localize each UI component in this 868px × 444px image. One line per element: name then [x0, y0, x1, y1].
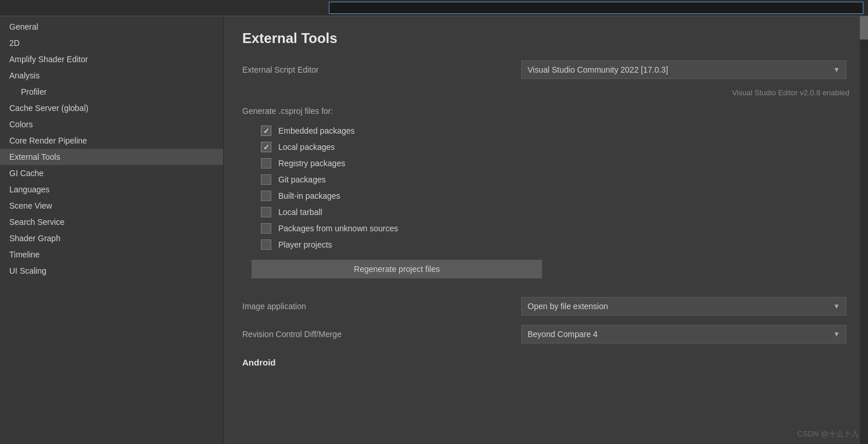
image-application-label: Image application — [242, 302, 521, 311]
external-script-editor-label: External Script Editor — [242, 65, 521, 74]
checkbox-2[interactable] — [261, 158, 271, 169]
checkbox-3[interactable] — [261, 174, 271, 185]
chevron-down-icon-3: ▼ — [833, 330, 840, 338]
checkbox-label-2: Registry packages — [278, 159, 345, 168]
revision-control-dropdown-container: Beyond Compare 4 ▼ — [521, 325, 847, 343]
checkbox-7[interactable] — [261, 239, 271, 250]
checkbox-row-7: Player projects — [252, 237, 849, 253]
sidebar-item-scene-view[interactable]: Scene View — [0, 198, 223, 214]
scrollbar-track[interactable] — [860, 16, 868, 444]
checkbox-row-3: Git packages — [252, 171, 849, 188]
regen-btn-wrapper: Regenerate project files — [242, 253, 849, 292]
image-application-dropdown-container: Open by file extension ▼ — [521, 297, 847, 316]
chevron-down-icon-2: ▼ — [833, 302, 840, 310]
sidebar-item-general[interactable]: General — [0, 19, 223, 35]
content-area: External Tools External Script Editor Vi… — [224, 16, 868, 444]
checkbox-row-5: Local tarball — [252, 204, 849, 220]
checkbox-4[interactable] — [261, 191, 271, 201]
revision-control-row: Revision Control Diff/Merge Beyond Compa… — [242, 325, 849, 343]
watermark: CSDN @十么卜入 — [797, 429, 859, 439]
sidebar-item-shader-graph[interactable]: Shader Graph — [0, 230, 223, 246]
regenerate-project-files-button[interactable]: Regenerate project files — [252, 260, 542, 278]
sidebar-item-analysis[interactable]: Analysis — [0, 67, 223, 84]
page-title: External Tools — [242, 30, 849, 46]
sidebar-item-2d[interactable]: 2D — [0, 35, 223, 51]
sidebar-item-timeline[interactable]: Timeline — [0, 246, 223, 263]
checkbox-label-7: Player projects — [278, 240, 332, 249]
checkbox-label-0: Embedded packages — [278, 126, 355, 135]
revision-control-dropdown[interactable]: Beyond Compare 4 ▼ — [521, 325, 847, 343]
sidebar-item-colors[interactable]: Colors — [0, 116, 223, 133]
checkbox-5[interactable] — [261, 207, 271, 217]
checkbox-row-1: Local packages — [252, 139, 849, 155]
image-application-value: Open by file extension — [528, 302, 608, 311]
external-script-editor-row: External Script Editor Visual Studio Com… — [242, 60, 849, 79]
checkbox-label-4: Built-in packages — [278, 191, 340, 200]
sidebar-item-search-service[interactable]: Search Service — [0, 214, 223, 230]
checkbox-row-2: Registry packages — [252, 155, 849, 171]
revision-control-label: Revision Control Diff/Merge — [242, 330, 521, 339]
checkboxes-container: Embedded packagesLocal packagesRegistry … — [242, 123, 849, 253]
search-input[interactable] — [329, 2, 863, 14]
checkbox-6[interactable] — [261, 223, 271, 234]
external-script-editor-dropdown-container: Visual Studio Community 2022 [17.0.3] ▼ — [521, 60, 847, 79]
sidebar-item-gi-cache[interactable]: GI Cache — [0, 165, 223, 181]
sidebar-item-languages[interactable]: Languages — [0, 181, 223, 198]
sidebar: General2DAmplify Shader EditorAnalysisPr… — [0, 16, 224, 444]
sidebar-item-external-tools[interactable]: External Tools — [0, 149, 223, 165]
checkbox-label-6: Packages from unknown sources — [278, 224, 398, 233]
vs-editor-note: Visual Studio Editor v2.0.8 enabled — [245, 88, 849, 97]
external-script-editor-dropdown[interactable]: Visual Studio Community 2022 [17.0.3] ▼ — [521, 60, 847, 79]
sidebar-item-cache-server-(global)[interactable]: Cache Server (global) — [0, 100, 223, 116]
sidebar-item-ui-scaling[interactable]: UI Scaling — [0, 263, 223, 279]
generate-csproj-label: Generate .csproj files for: — [242, 106, 849, 116]
checkbox-row-4: Built-in packages — [252, 188, 849, 204]
external-script-editor-value: Visual Studio Community 2022 [17.0.3] — [528, 65, 668, 74]
checkbox-label-1: Local packages — [278, 142, 335, 152]
scrollbar-thumb[interactable] — [860, 16, 868, 40]
image-application-dropdown[interactable]: Open by file extension ▼ — [521, 297, 847, 316]
checkbox-0[interactable] — [261, 126, 271, 136]
image-application-row: Image application Open by file extension… — [242, 297, 849, 316]
revision-control-value: Beyond Compare 4 — [528, 330, 598, 339]
checkbox-label-5: Local tarball — [278, 207, 322, 217]
checkbox-row-6: Packages from unknown sources — [252, 220, 849, 237]
checkbox-1[interactable] — [261, 142, 271, 152]
main-layout: General2DAmplify Shader EditorAnalysisPr… — [0, 16, 868, 444]
top-search-bar — [0, 0, 868, 16]
checkbox-row-0: Embedded packages — [252, 123, 849, 139]
sidebar-item-core-render-pipeline[interactable]: Core Render Pipeline — [0, 133, 223, 149]
checkbox-label-3: Git packages — [278, 175, 326, 184]
android-section-label: Android — [242, 357, 849, 367]
sidebar-item-profiler[interactable]: Profiler — [0, 84, 223, 100]
sidebar-item-amplify-shader-editor[interactable]: Amplify Shader Editor — [0, 51, 223, 67]
chevron-down-icon: ▼ — [833, 66, 840, 74]
